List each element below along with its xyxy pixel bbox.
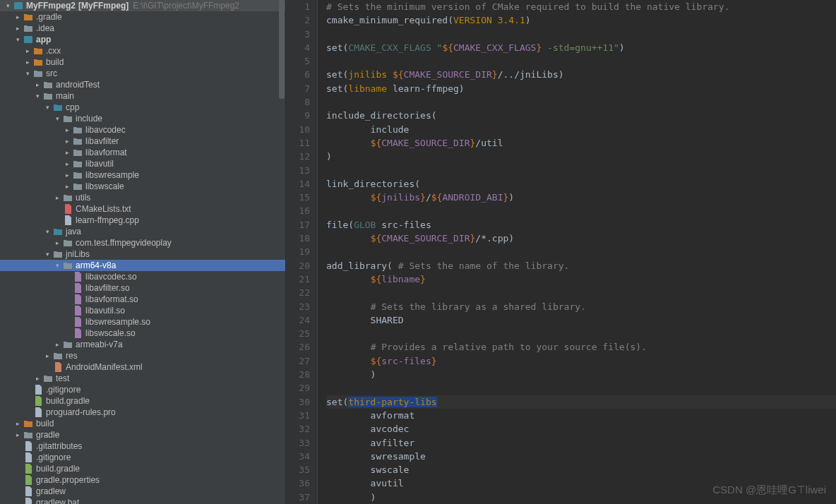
- chevron-right-icon[interactable]: ▸: [62, 169, 72, 181]
- tree-row[interactable]: ·.gitignore: [0, 452, 285, 463]
- chevron-right-icon[interactable]: ▸: [32, 79, 42, 90]
- chevron-down-icon[interactable]: ▾: [42, 226, 52, 237]
- tree-row[interactable]: ▾main: [0, 90, 285, 102]
- chevron-right-icon[interactable]: ▸: [13, 429, 23, 440]
- tree-row[interactable]: ▾java: [0, 226, 285, 237]
- chevron-right-icon[interactable]: ▸: [32, 373, 42, 384]
- code-editor[interactable]: 1234567891011121314151617181920212223242…: [286, 0, 836, 504]
- chevron-down-icon[interactable]: ▾: [3, 0, 13, 11]
- code-line[interactable]: [326, 204, 836, 217]
- chevron-down-icon[interactable]: ▾: [42, 102, 52, 113]
- tree-row[interactable]: ▾include: [0, 113, 285, 124]
- chevron-down-icon[interactable]: ▾: [42, 248, 52, 260]
- chevron-right-icon[interactable]: ▸: [13, 418, 23, 429]
- tree-row[interactable]: ▸test: [0, 373, 285, 384]
- code-line[interactable]: ${libname}: [326, 272, 836, 286]
- chevron-right-icon[interactable]: ▸: [52, 192, 62, 203]
- code-line[interactable]: [326, 54, 836, 68]
- chevron-down-icon[interactable]: ▾: [52, 260, 62, 271]
- code-line[interactable]: set(CMAKE_CXX_FLAGS "${CMAKE_CXX_FLAGS} …: [326, 41, 836, 54]
- tree-row[interactable]: ·gradle.properties: [0, 474, 285, 486]
- code-line[interactable]: ): [326, 150, 836, 163]
- code-line[interactable]: ${CMAKE_SOURCE_DIR}/util: [326, 136, 836, 150]
- code-line[interactable]: [326, 286, 836, 299]
- chevron-right-icon[interactable]: ▸: [52, 237, 62, 248]
- tree-row[interactable]: ▸libavfilter: [0, 136, 285, 147]
- tree-row[interactable]: ·.gitignore: [0, 384, 285, 395]
- tree-row[interactable]: ▸com.test.ffmpegvideoplay: [0, 237, 285, 248]
- tree-row[interactable]: ·libswscale.so: [0, 328, 285, 339]
- code-line[interactable]: link_directories(: [326, 177, 836, 191]
- chevron-right-icon[interactable]: ▸: [52, 339, 62, 350]
- tree-row[interactable]: ▸build: [0, 56, 285, 68]
- code-line[interactable]: [326, 327, 836, 340]
- code-line[interactable]: swscale: [326, 463, 836, 476]
- chevron-down-icon[interactable]: ▾: [23, 68, 32, 79]
- code-line[interactable]: # Sets the minimum version of CMake requ…: [326, 0, 836, 13]
- code-line[interactable]: add_library( # Sets the name of the libr…: [326, 259, 836, 272]
- project-tree[interactable]: ▾MyFFmpeg2[MyFFmpeg]E:\l\GIT\project\MyF…: [0, 0, 285, 504]
- tree-row[interactable]: ·AndroidManifest.xml: [0, 361, 285, 373]
- tree-row[interactable]: ▾jniLibs: [0, 248, 285, 260]
- chevron-down-icon[interactable]: ▾: [52, 113, 62, 124]
- tree-row[interactable]: ·build.gradle: [0, 395, 285, 407]
- tree-row[interactable]: ·libavfilter.so: [0, 282, 285, 294]
- tree-row[interactable]: ▸libavformat: [0, 147, 285, 158]
- tree-row[interactable]: ▸androidTest: [0, 79, 285, 90]
- chevron-right-icon[interactable]: ▸: [13, 11, 23, 23]
- chevron-right-icon[interactable]: ▸: [13, 23, 23, 34]
- tree-row[interactable]: ▾src: [0, 68, 285, 79]
- tree-row[interactable]: ▸libswscale: [0, 181, 285, 192]
- code-line[interactable]: include_directories(: [326, 109, 836, 122]
- code-line[interactable]: avfilter: [326, 436, 836, 450]
- code-line[interactable]: [326, 95, 836, 109]
- code-line[interactable]: set(third-party-libs: [326, 395, 836, 409]
- tree-row[interactable]: ·proguard-rules.pro: [0, 407, 285, 418]
- tree-row[interactable]: ▸gradle: [0, 429, 285, 440]
- editor-code-area[interactable]: # Sets the minimum version of CMake requ…: [318, 0, 836, 504]
- tree-row[interactable]: ·gradlew.bat: [0, 497, 285, 504]
- tree-row[interactable]: ▾cpp: [0, 102, 285, 113]
- code-line[interactable]: avformat: [326, 409, 836, 422]
- tree-row[interactable]: ▸libswresample: [0, 169, 285, 181]
- code-line[interactable]: ): [326, 491, 836, 504]
- code-line[interactable]: [326, 164, 836, 177]
- chevron-right-icon[interactable]: ▸: [62, 158, 72, 169]
- tree-row[interactable]: ▾app: [0, 34, 285, 45]
- tree-row[interactable]: ▾MyFFmpeg2[MyFFmpeg]E:\l\GIT\project\MyF…: [0, 0, 285, 11]
- chevron-right-icon[interactable]: ▸: [23, 45, 32, 56]
- tree-row[interactable]: ·libavcodec.so: [0, 271, 285, 282]
- tree-row[interactable]: ·gradlew: [0, 486, 285, 497]
- tree-row[interactable]: ▸.gradle: [0, 11, 285, 23]
- code-line[interactable]: file(GLOB src-files: [326, 218, 836, 232]
- code-line[interactable]: set(jnilibs ${CMAKE_SOURCE_DIR}/../jniLi…: [326, 68, 836, 81]
- tree-row[interactable]: ·libswresample.so: [0, 316, 285, 328]
- code-line[interactable]: [326, 381, 836, 395]
- chevron-right-icon[interactable]: ▸: [23, 56, 32, 68]
- tree-row[interactable]: ·libavutil.so: [0, 305, 285, 316]
- chevron-right-icon[interactable]: ▸: [62, 181, 72, 192]
- code-line[interactable]: cmake_minimum_required(VERSION 3.4.1): [326, 13, 836, 27]
- sidebar-scrollbar-thumb[interactable]: [279, 0, 285, 99]
- tree-row[interactable]: ▸.cxx: [0, 45, 285, 56]
- code-line[interactable]: # Sets the library as a shared library.: [326, 300, 836, 313]
- tree-row[interactable]: ·CMakeLists.txt: [0, 203, 285, 215]
- code-line[interactable]: avcodec: [326, 422, 836, 436]
- code-line[interactable]: swresample: [326, 450, 836, 463]
- code-line[interactable]: ${jnilibs}/${ANDROID_ABI}): [326, 191, 836, 204]
- code-line[interactable]: # Provides a relative path to your sourc…: [326, 340, 836, 354]
- tree-row[interactable]: ·learn-ffmpeg.cpp: [0, 215, 285, 226]
- chevron-right-icon[interactable]: ▸: [62, 136, 72, 147]
- code-line[interactable]: include: [326, 123, 836, 136]
- code-line[interactable]: ${CMAKE_SOURCE_DIR}/*.cpp): [326, 232, 836, 245]
- chevron-down-icon[interactable]: ▾: [13, 34, 23, 45]
- tree-row[interactable]: ·build.gradle: [0, 463, 285, 474]
- tree-row[interactable]: ▸.idea: [0, 23, 285, 34]
- tree-row[interactable]: ▸build: [0, 418, 285, 429]
- code-line[interactable]: SHARED: [326, 313, 836, 327]
- tree-row[interactable]: ▸utils: [0, 192, 285, 203]
- tree-row[interactable]: ·libavformat.so: [0, 294, 285, 305]
- chevron-down-icon[interactable]: ▾: [32, 90, 42, 102]
- tree-row[interactable]: ▸res: [0, 350, 285, 361]
- tree-row[interactable]: ▸armeabi-v7a: [0, 339, 285, 350]
